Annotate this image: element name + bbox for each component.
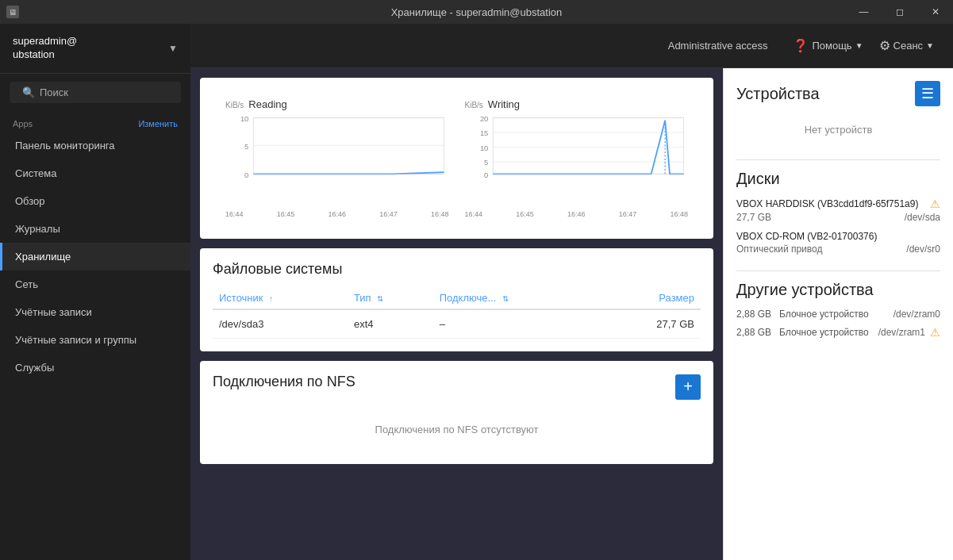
- warning-icon-zram1: ⚠: [930, 326, 940, 339]
- svg-rect-6: [253, 117, 444, 174]
- divider-1: [736, 159, 940, 160]
- nfs-card: Подключения по NFS + Подключения по NFS …: [200, 361, 713, 464]
- svg-text:0: 0: [484, 171, 488, 179]
- writing-x-labels: 16:44 16:45 16:46 16:47 16:48: [465, 210, 689, 218]
- table-row: /dev/sda3 ext4 – 27,7 GB: [213, 309, 701, 339]
- warning-icon-1: ⚠: [930, 198, 940, 210]
- devices-section: Устройства ☰ Нет устройств: [736, 81, 940, 144]
- filesystems-table: Источник ↑ Тип ⇅ Подключе... ⇅: [213, 287, 701, 339]
- sidebar-item-obzor[interactable]: Обзор: [0, 187, 190, 215]
- titlebar: 🖥 Хранилище - superadmin@ubstation — ◻ ✕: [0, 0, 953, 24]
- divider-2: [736, 270, 940, 271]
- disk-name-1: VBOX HARDDISK (VB3cdd1df9-65f751a9) ⚠: [736, 198, 940, 210]
- svg-text:10: 10: [240, 115, 248, 123]
- svg-text:20: 20: [479, 115, 487, 123]
- app-container: superadmin@ ubstation ▼ 🔍 Поиск Apps Изм…: [0, 24, 953, 560]
- gear-icon: ⚙: [879, 38, 890, 53]
- sort-arrows-icon: ⇅: [377, 294, 383, 303]
- sidebar-item-sluzhby[interactable]: Службы: [0, 354, 190, 382]
- col-size[interactable]: Размер: [598, 287, 701, 309]
- search-input[interactable]: 🔍 Поиск: [10, 82, 181, 103]
- nfs-header: Подключения по NFS +: [213, 374, 701, 400]
- charts-section: KiB/s Reading 10: [213, 90, 701, 226]
- disk-detail-1: 27,7 GB /dev/sda: [736, 212, 940, 223]
- sidebar-arrow-icon: ▼: [168, 43, 178, 54]
- writing-chart-area: 20 15 10 5 0: [465, 113, 689, 209]
- help-arrow-icon: ▼: [855, 41, 863, 50]
- window-title: Хранилище - superadmin@ubstation: [391, 6, 563, 18]
- col-type[interactable]: Тип ⇅: [348, 287, 433, 309]
- help-icon: ❓: [793, 38, 809, 53]
- svg-text:10: 10: [479, 144, 487, 152]
- sidebar-item-set[interactable]: Сеть: [0, 270, 190, 298]
- other-item-1[interactable]: 2,88 GB Блочное устройство /dev/zram0: [736, 309, 940, 320]
- fs-type: ext4: [348, 309, 433, 339]
- sidebar-header[interactable]: superadmin@ ubstation ▼: [0, 24, 190, 74]
- sidebar: superadmin@ ubstation ▼ 🔍 Поиск Apps Изм…: [0, 24, 190, 560]
- sidebar-item-khranilische[interactable]: Хранилище: [0, 243, 190, 270]
- svg-rect-18: [493, 117, 683, 174]
- minimize-button[interactable]: —: [846, 0, 882, 24]
- admin-label: Administrative access: [668, 40, 768, 52]
- window-controls: — ◻ ✕: [846, 0, 953, 24]
- right-panel: Устройства ☰ Нет устройств Диски VBOX HA…: [723, 68, 953, 560]
- fs-size: 27,7 GB: [598, 309, 701, 339]
- help-button[interactable]: ❓ Помощь ▼: [786, 35, 869, 56]
- nfs-add-button[interactable]: +: [675, 374, 701, 400]
- devices-empty: Нет устройств: [736, 116, 940, 144]
- sidebar-item-zhurnaly[interactable]: Журналы: [0, 215, 190, 243]
- sort-up-icon: ↑: [269, 294, 273, 303]
- other-devices-section: Другие устройства 2,88 GB Блочное устрой…: [736, 281, 940, 339]
- content-area: KiB/s Reading 10: [190, 68, 953, 560]
- devices-menu-button[interactable]: ☰: [915, 81, 940, 106]
- writing-chart-title: KiB/s Writing: [465, 98, 689, 110]
- app-icon: 🖥: [6, 6, 19, 18]
- disk-detail-2: Оптический привод /dev/sr0: [736, 244, 940, 255]
- search-icon: 🔍: [22, 86, 35, 98]
- disks-section: Диски VBOX HARDDISK (VB3cdd1df9-65f751a9…: [736, 170, 940, 255]
- fs-source: /dev/sda3: [213, 309, 348, 339]
- sidebar-user: superadmin@ ubstation: [13, 35, 77, 62]
- reading-chart-title: KiB/s Reading: [225, 98, 449, 110]
- disk-item-1[interactable]: VBOX HARDDISK (VB3cdd1df9-65f751a9) ⚠ 27…: [736, 198, 940, 223]
- sidebar-item-accounts-groups[interactable]: Учётные записи и группы: [0, 326, 190, 354]
- apps-section-label: Apps Изменить: [0, 111, 190, 132]
- nfs-empty-label: Подключения по NFS отсутствуют: [213, 408, 701, 451]
- disk-item-2[interactable]: VBOX CD-ROM (VB2-01700376) Оптический пр…: [736, 231, 940, 255]
- svg-text:5: 5: [244, 143, 248, 151]
- reading-x-labels: 16:44 16:45 16:46 16:47 16:48: [225, 210, 449, 218]
- reading-chart: KiB/s Reading 10: [225, 98, 449, 218]
- disks-title: Диски: [736, 170, 940, 188]
- reading-chart-area: 10 5 0: [225, 113, 449, 209]
- col-source[interactable]: Источник ↑: [213, 287, 348, 309]
- devices-title: Устройства ☰: [736, 81, 940, 106]
- writing-chart: KiB/s Writing: [465, 98, 689, 218]
- header: Administrative access ❓ Помощь ▼ ⚙ Сеанс…: [190, 24, 953, 68]
- other-devices-title: Другие устройства: [736, 281, 940, 299]
- sidebar-item-accounts[interactable]: Учётные записи: [0, 298, 190, 326]
- nfs-title: Подключения по NFS: [213, 374, 355, 390]
- restore-button[interactable]: ◻: [882, 0, 917, 24]
- svg-text:15: 15: [479, 130, 487, 138]
- col-mount[interactable]: Подключе... ⇅: [433, 287, 599, 309]
- svg-text:5: 5: [484, 159, 488, 167]
- session-arrow-icon: ▼: [926, 41, 934, 50]
- other-item-2[interactable]: 2,88 GB Блочное устройство /dev/zram1 ⚠: [736, 326, 940, 339]
- main-panel: KiB/s Reading 10: [190, 68, 723, 560]
- sidebar-item-sistema[interactable]: Система: [0, 159, 190, 187]
- apps-change-link[interactable]: Изменить: [138, 119, 178, 128]
- charts-card: KiB/s Reading 10: [200, 78, 713, 239]
- disk-name-2: VBOX CD-ROM (VB2-01700376): [736, 231, 940, 242]
- fs-mount: –: [433, 309, 599, 339]
- sidebar-item-monitoring[interactable]: Панель мониторинга: [0, 132, 190, 159]
- filesystems-card: Файловые системы Источник ↑ Тип ⇅: [200, 248, 713, 351]
- filesystems-title: Файловые системы: [213, 261, 701, 278]
- close-button[interactable]: ✕: [917, 0, 953, 24]
- svg-text:0: 0: [244, 171, 248, 179]
- sort-arrows2-icon: ⇅: [502, 294, 509, 303]
- session-button[interactable]: ⚙ Сеанс ▼: [873, 35, 940, 56]
